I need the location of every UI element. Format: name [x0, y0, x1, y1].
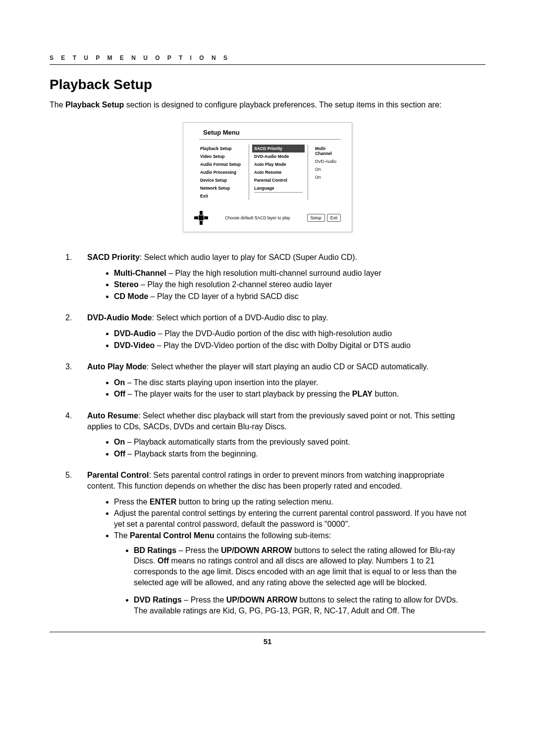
bullet-rest: Adjust the parental control settings by … [114, 509, 467, 528]
left-item: Exit [200, 192, 245, 200]
bullet-rest: – Play the DVD-Audio portion of the disc… [156, 329, 392, 338]
item-bullets: On – The disc starts playing upon insert… [94, 377, 470, 400]
running-head: S E T U P M E N U O P T I O N S [50, 54, 485, 61]
item-bold: Auto Resume [87, 411, 138, 420]
screenshot-mid-col: SACD Priority DVD-Audio Mode Auto Play M… [249, 145, 308, 200]
right-item-selected: Multi-Channel [315, 145, 339, 157]
item-bullets: Press the ENTER button to bring up the r… [94, 497, 470, 541]
item-num: 4. [65, 410, 78, 432]
bullet: Off – The player waits for the user to s… [114, 389, 470, 400]
item-rest: : Select which portion of a DVD-Audio di… [152, 313, 328, 322]
item-bullets: On – Playback automatically starts from … [94, 437, 470, 459]
bullet-bold2: PLAY [352, 390, 373, 398]
page-title: Playback Setup [50, 77, 485, 93]
dpad-icon [194, 211, 208, 225]
sub-bold: DVD Ratings [134, 596, 182, 604]
bullet-rest: – The disc starts playing upon insertion… [125, 378, 318, 387]
bullet-bold: On [114, 438, 125, 446]
bullet: DVD-Video – Play the DVD-Video portion o… [114, 340, 470, 351]
sub-bullet: BD Ratings – Press the UP/DOWN ARROW but… [134, 545, 470, 588]
bullet: Multi-Channel – Play the high resolution… [114, 268, 470, 279]
screenshot-right-col: Multi-Channel DVD-Audio On On [312, 145, 339, 200]
right-item: On [315, 173, 339, 181]
screenshot-hint: Choose default SACD layer to play [212, 215, 303, 220]
sub-p3: means no ratings control and all discs a… [134, 556, 457, 586]
left-item: Network Setup [200, 184, 245, 192]
bullet: DVD-Audio – Play the DVD-Audio portion o… [114, 328, 470, 339]
bullet-rest: – Playback starts from the beginning. [125, 450, 258, 458]
bullet: On – The disc starts playing upon insert… [114, 377, 470, 388]
mid-item: Language [254, 184, 303, 192]
sub-bold2: UP/DOWN ARROW [226, 596, 297, 604]
screenshot-title: Setup Menu [183, 123, 352, 139]
mid-item: Auto Play Mode [254, 160, 303, 168]
intro-suffix: section is designed to configure playbac… [124, 101, 441, 109]
right-item: On [315, 165, 339, 173]
item-num: 1. [65, 252, 78, 263]
bullet-bold: ENTER [150, 498, 176, 506]
left-item: Device Setup [200, 176, 245, 184]
sub-bold: BD Ratings [134, 546, 176, 554]
bullet-rest: – Play the high resolution multi-channel… [166, 269, 381, 277]
chip-setup: Setup [307, 214, 325, 222]
screenshot-columns: Playback Setup Video Setup Audio Format … [183, 140, 352, 207]
sub-p1: – Press the [182, 596, 226, 604]
right-item: DVD-Audio [315, 157, 339, 165]
item-bold: Auto Play Mode [87, 362, 147, 371]
mid-underline [254, 192, 303, 193]
bullet-p2: button to bring up the rating selection … [176, 498, 333, 506]
item-4: 4. Auto Resume: Select whether disc play… [65, 410, 470, 459]
sub-bold2: UP/DOWN ARROW [221, 546, 292, 554]
item-bold: Parental Control [87, 471, 149, 479]
intro-prefix: The [50, 101, 65, 109]
bullet-p2: button. [373, 390, 399, 398]
sub-off: Off [158, 556, 169, 565]
left-item: Video Setup [200, 152, 245, 160]
bullet-bold: Off [114, 450, 125, 458]
bullet-rest: – Play the CD layer of a hybrid SACD dis… [148, 292, 298, 301]
chip-group: Setup Exit [307, 214, 341, 222]
item-rest: : Select which audio layer to play for S… [140, 253, 357, 261]
item-bold: DVD-Audio Mode [87, 313, 152, 322]
left-item: Audio Format Setup [200, 160, 245, 168]
bullet-bold: Off [114, 390, 125, 398]
item-bullets: DVD-Audio – Play the DVD-Audio portion o… [94, 328, 470, 351]
bullet-rest: – Playback automatically starts from the… [125, 438, 350, 446]
bullet-bold: DVD-Video [114, 341, 155, 350]
sub-bullet: DVD Ratings – Press the UP/DOWN ARROW bu… [134, 595, 470, 616]
item-rest: : Select whether disc playback will star… [87, 411, 455, 431]
rule-bottom [50, 632, 485, 632]
screenshot-tray: Choose default SACD layer to play Setup … [183, 207, 352, 232]
item-num: 5. [65, 470, 78, 491]
sub-p1: – Press the [176, 546, 221, 554]
bullet-p1: Press the [114, 498, 150, 506]
bullet: Off – Playback starts from the beginning… [114, 449, 470, 459]
item-2: 2. DVD-Audio Mode: Select which portion … [65, 312, 470, 351]
rule-top [50, 64, 485, 65]
item-bold: SACD Priority [87, 253, 140, 261]
bullet: Stereo – Play the high resolution 2-chan… [114, 279, 470, 290]
item-num: 3. [65, 361, 78, 372]
bullet: Press the ENTER button to bring up the r… [114, 497, 470, 507]
left-item: Audio Processing [200, 168, 245, 176]
mid-item: Auto Resume [254, 168, 303, 176]
bullet-bold: DVD-Audio [114, 329, 156, 338]
item-rest: : Select whether the player will start p… [147, 362, 428, 371]
item-bullets: Multi-Channel – Play the high resolution… [94, 268, 470, 302]
bullet-bold: Stereo [114, 280, 139, 289]
mid-item: DVD-Audio Mode [254, 152, 303, 160]
bullet-bold: On [114, 378, 125, 387]
intro-bold: Playback Setup [65, 101, 124, 109]
chip-exit: Exit [327, 214, 341, 222]
left-item: Playback Setup [200, 145, 245, 152]
item-1: 1. SACD Priority: Select which audio lay… [65, 252, 470, 302]
bullet-rest: – Play the DVD-Video portion of the disc… [155, 341, 410, 350]
bullet: Adjust the parental control settings by … [114, 508, 470, 529]
item-5: 5. Parental Control: Sets parental contr… [65, 470, 470, 616]
screenshot-box: Setup Menu Playback Setup Video Setup Au… [183, 122, 352, 232]
bullet-rest: – Play the high resolution 2-channel ste… [139, 280, 332, 289]
bullet: The Parental Control Menu contains the f… [114, 530, 470, 541]
bullet: CD Mode – Play the CD layer of a hybrid … [114, 291, 470, 302]
item-3: 3. Auto Play Mode: Select whether the pl… [65, 361, 470, 400]
bullet-bold: CD Mode [114, 292, 148, 301]
